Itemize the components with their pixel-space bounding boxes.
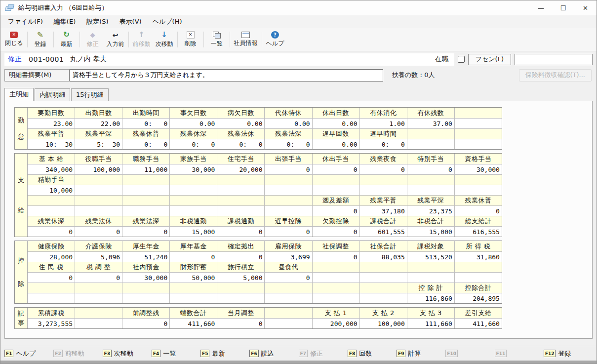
value-cell[interactable] [264, 185, 312, 195]
value-cell[interactable]: 0: 0 [122, 119, 169, 128]
menu-item[interactable]: 編集(E) [48, 17, 81, 26]
value-cell[interactable]: 0 [264, 273, 312, 283]
value-cell[interactable]: 0: 0 [217, 139, 264, 149]
value-cell[interactable]: 15,000 [169, 227, 217, 237]
value-cell[interactable] [75, 206, 122, 216]
value-cell[interactable]: 100,000 [359, 319, 407, 328]
value-cell[interactable]: 50,000 [169, 273, 217, 283]
value-cell[interactable] [264, 206, 312, 216]
function-key-f6[interactable]: F6読込 [249, 349, 298, 358]
value-cell[interactable]: 20,000 [217, 164, 264, 174]
value-cell[interactable]: 11,000 [122, 164, 169, 174]
value-cell[interactable]: 200,000 [312, 319, 359, 328]
value-cell[interactable]: 23,375 [407, 206, 454, 216]
value-cell[interactable]: 0 [28, 227, 75, 237]
value-cell[interactable]: 1.00 [359, 119, 407, 128]
value-cell[interactable]: 616,555 [454, 227, 502, 237]
value-cell[interactable]: 31,860 [454, 252, 502, 262]
value-cell[interactable]: 0 [169, 252, 217, 262]
value-cell[interactable] [169, 206, 217, 216]
value-cell[interactable] [122, 185, 169, 195]
value-cell[interactable]: 0 [312, 206, 359, 216]
function-key-f12[interactable]: F12登録 [544, 349, 593, 358]
value-cell[interactable]: 0 [407, 164, 454, 174]
value-cell[interactable]: 111,660 [407, 319, 454, 328]
value-cell[interactable]: 0.00 [312, 139, 359, 149]
value-cell[interactable]: 0 [122, 227, 169, 237]
value-cell[interactable]: 411,660 [169, 319, 217, 328]
menu-item[interactable]: ファイル(F) [2, 17, 48, 26]
value-cell[interactable]: 0 [454, 206, 502, 216]
value-cell[interactable]: 10,000 [28, 185, 75, 195]
value-cell[interactable]: 0: 0 [359, 139, 407, 149]
value-cell[interactable]: 0 [75, 227, 122, 237]
value-cell[interactable]: 601,555 [359, 227, 407, 237]
value-cell[interactable]: 340,000 [28, 164, 75, 174]
value-cell[interactable] [122, 206, 169, 216]
value-cell[interactable] [407, 139, 454, 149]
function-key-f9[interactable]: F9計算 [397, 349, 445, 358]
value-cell[interactable] [454, 119, 502, 128]
value-cell[interactable]: 0.00 [312, 119, 359, 128]
value-cell[interactable]: 0 [217, 319, 264, 328]
maximize-button[interactable]: ☐ [552, 0, 574, 15]
value-cell[interactable]: 0: 0 [169, 139, 217, 149]
value-cell[interactable] [359, 293, 407, 303]
menu-item[interactable]: 表示(V) [114, 17, 147, 26]
tab-breakdown-detail[interactable]: 内訳明細 [35, 88, 70, 101]
value-cell[interactable]: 116,860 [407, 293, 454, 303]
value-cell[interactable] [28, 293, 75, 303]
value-cell[interactable] [312, 273, 359, 283]
value-cell[interactable]: 0.00 [217, 119, 264, 128]
value-cell[interactable]: 5,096 [75, 252, 122, 262]
value-cell[interactable]: 411,660 [454, 319, 502, 328]
fusen-input[interactable] [515, 54, 593, 65]
value-cell[interactable]: 3,273,555 [28, 319, 75, 328]
value-cell[interactable]: 30,000 [122, 273, 169, 283]
value-cell[interactable] [217, 206, 264, 216]
toolbar-button-employee-info[interactable]: 社員情報 [232, 29, 260, 50]
value-cell[interactable] [407, 185, 454, 195]
value-cell[interactable]: 0 [312, 252, 359, 262]
value-cell[interactable]: 37,180 [359, 206, 407, 216]
value-cell[interactable]: 30,000 [169, 164, 217, 174]
value-cell[interactable] [264, 319, 312, 328]
value-cell[interactable] [75, 319, 122, 328]
toolbar-button-next-move[interactable]: ↓次移動 [153, 29, 176, 50]
value-cell[interactable]: 0.00 [169, 119, 217, 128]
toolbar-button-help[interactable]: ?ヘルプ [264, 29, 287, 50]
value-cell[interactable]: 51,240 [122, 252, 169, 262]
value-cell[interactable] [454, 139, 502, 149]
tab-main-detail[interactable]: 主明細 [4, 88, 34, 101]
value-cell[interactable] [264, 293, 312, 303]
value-cell[interactable]: 0 [28, 273, 75, 283]
value-cell[interactable]: 22.00 [75, 119, 122, 128]
value-cell[interactable] [169, 185, 217, 195]
value-cell[interactable]: 0 [264, 227, 312, 237]
value-cell[interactable]: 513,520 [407, 252, 454, 262]
menu-item[interactable]: ヘルプ(H) [147, 17, 188, 26]
value-cell[interactable]: 37.00 [407, 119, 454, 128]
value-cell[interactable]: 0 [75, 273, 122, 283]
value-cell[interactable]: 100,000 [75, 164, 122, 174]
tab-15-line-detail[interactable]: 15行明細 [71, 88, 109, 101]
value-cell[interactable] [359, 273, 407, 283]
minimize-button[interactable]: — [530, 0, 552, 15]
value-cell[interactable]: 0 [217, 252, 264, 262]
fusen-label[interactable]: フセン(L) [468, 54, 511, 65]
value-cell[interactable]: 0 [122, 319, 169, 328]
toolbar-button-register[interactable]: ✎登録 [29, 29, 52, 50]
value-cell[interactable]: 0 [359, 164, 407, 174]
value-cell[interactable]: 5: 30 [75, 139, 122, 149]
value-cell[interactable] [217, 185, 264, 195]
function-key-f4[interactable]: F4一覧 [152, 349, 200, 358]
value-cell[interactable] [217, 293, 264, 303]
value-cell[interactable] [312, 185, 359, 195]
function-key-f3[interactable]: F3次移動 [103, 349, 152, 358]
close-button[interactable]: ✕ [574, 0, 597, 15]
value-cell[interactable]: 0 [312, 227, 359, 237]
value-cell[interactable] [75, 185, 122, 195]
value-cell[interactable]: 0 [217, 227, 264, 237]
menu-item[interactable]: 設定(S) [81, 17, 114, 26]
value-cell[interactable]: 0.00 [264, 119, 312, 128]
